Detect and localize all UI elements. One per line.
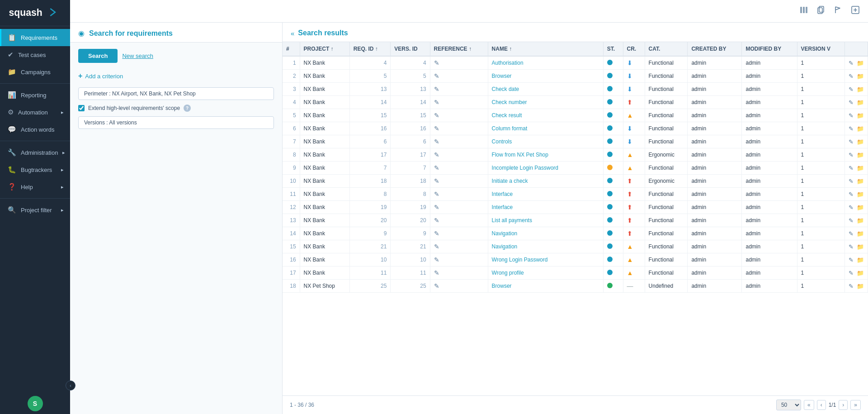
- cell-name[interactable]: Controls: [488, 135, 603, 148]
- row-edit-icon[interactable]: ✎: [849, 73, 854, 80]
- sidebar-item-project-filter[interactable]: 🔍 Project filter ▸: [0, 201, 70, 219]
- row-folder-icon[interactable]: 📁: [857, 230, 864, 237]
- row-folder-icon[interactable]: 📁: [857, 73, 864, 80]
- row-folder-icon[interactable]: 📁: [857, 204, 864, 211]
- add-criterion-button[interactable]: + Add a criterion: [78, 69, 274, 83]
- row-edit-icon[interactable]: ✎: [849, 138, 854, 145]
- cell-name[interactable]: Authorisation: [488, 56, 603, 70]
- row-edit-icon[interactable]: ✎: [849, 191, 854, 198]
- row-edit-icon[interactable]: ✎: [849, 86, 854, 93]
- back-arrow-icon[interactable]: «: [291, 29, 294, 37]
- last-page-button[interactable]: »: [850, 400, 861, 410]
- cell-name[interactable]: Initiate a check: [488, 175, 603, 188]
- row-folder-icon[interactable]: 📁: [857, 191, 864, 198]
- columns-toggle-button[interactable]: [797, 4, 810, 19]
- row-folder-icon[interactable]: 📁: [857, 125, 864, 132]
- sidebar-item-requirements[interactable]: 📋 Requirements: [0, 29, 70, 46]
- row-folder-icon[interactable]: 📁: [857, 165, 864, 171]
- row-edit-icon[interactable]: ✎: [849, 60, 854, 67]
- cell-category: Functional: [645, 83, 688, 96]
- row-folder-icon[interactable]: 📁: [857, 270, 864, 276]
- cell-created-by: admin: [688, 175, 742, 188]
- row-folder-icon[interactable]: 📁: [857, 86, 864, 93]
- row-edit-icon[interactable]: ✎: [849, 125, 854, 132]
- cell-name[interactable]: Browser: [488, 70, 603, 83]
- help-tooltip-icon[interactable]: ?: [184, 105, 191, 112]
- row-folder-icon[interactable]: 📁: [857, 99, 864, 106]
- cell-name[interactable]: Check number: [488, 96, 603, 109]
- sidebar-item-administration-label: Administration: [21, 149, 58, 156]
- page-size-select[interactable]: 50 25 100: [776, 400, 801, 410]
- row-folder-icon[interactable]: 📁: [857, 112, 864, 119]
- new-search-button[interactable]: New search: [122, 52, 153, 59]
- flag-button[interactable]: [832, 4, 844, 19]
- cell-name[interactable]: Wrong profile: [488, 266, 603, 280]
- col-project[interactable]: PROJECT ↑: [300, 42, 349, 56]
- row-folder-icon[interactable]: 📁: [857, 217, 864, 224]
- sidebar-item-administration[interactable]: 🔧 Administration ▸: [0, 144, 70, 161]
- row-edit-icon[interactable]: ✎: [849, 112, 854, 119]
- cell-name[interactable]: Wrong Login Password: [488, 253, 603, 266]
- cell-name[interactable]: Column format: [488, 122, 603, 135]
- cell-category: Undefined: [645, 280, 688, 293]
- row-edit-icon[interactable]: ✎: [849, 99, 854, 106]
- first-page-button[interactable]: «: [804, 400, 814, 410]
- sidebar-item-action-words[interactable]: 💬 Action words: [0, 121, 70, 138]
- row-edit-icon[interactable]: ✎: [849, 204, 854, 211]
- automation-icon: ⚙: [8, 108, 14, 116]
- sidebar-item-test-cases[interactable]: ✔ Test cases: [0, 46, 70, 63]
- cell-name[interactable]: Incomplete Login Password: [488, 162, 603, 175]
- col-reference[interactable]: REFERENCE ↑: [430, 42, 488, 56]
- cell-name[interactable]: List all payments: [488, 214, 603, 227]
- sidebar-item-reporting[interactable]: 📊 Reporting: [0, 86, 70, 104]
- row-edit-icon[interactable]: ✎: [849, 165, 854, 171]
- col-name[interactable]: NAME ↑: [488, 42, 603, 56]
- row-folder-icon[interactable]: 📁: [857, 178, 864, 185]
- row-folder-icon[interactable]: 📁: [857, 283, 864, 290]
- cell-req-id: 16: [349, 122, 391, 135]
- copy-button[interactable]: [815, 4, 827, 19]
- edit-icon: ✎: [434, 72, 439, 80]
- row-edit-icon[interactable]: ✎: [849, 217, 854, 224]
- cell-name[interactable]: Interface: [488, 201, 603, 214]
- row-folder-icon[interactable]: 📁: [857, 257, 864, 263]
- row-edit-icon[interactable]: ✎: [849, 270, 854, 276]
- cell-criticality: ⬆: [623, 214, 645, 227]
- cell-name[interactable]: Flow from NX Pet Shop: [488, 148, 603, 162]
- cell-num: 1: [283, 56, 300, 70]
- sidebar-item-automation[interactable]: ⚙ Automation ▸: [0, 104, 70, 121]
- row-edit-icon[interactable]: ✎: [849, 243, 854, 250]
- next-page-button[interactable]: ›: [839, 400, 848, 410]
- row-edit-icon[interactable]: ✎: [849, 178, 854, 185]
- cell-name[interactable]: Check date: [488, 83, 603, 96]
- row-folder-icon[interactable]: 📁: [857, 60, 864, 67]
- sidebar-item-help[interactable]: ❓ Help ▸: [0, 178, 70, 195]
- user-avatar[interactable]: S: [28, 396, 43, 411]
- sidebar-collapse-button[interactable]: ‹: [66, 381, 75, 390]
- cell-name[interactable]: Browser: [488, 280, 603, 293]
- extend-scope-checkbox[interactable]: [78, 105, 85, 111]
- prev-page-button[interactable]: ‹: [817, 400, 826, 410]
- row-edit-icon[interactable]: ✎: [849, 257, 854, 263]
- cell-name[interactable]: Navigation: [488, 227, 603, 240]
- cell-name[interactable]: Check result: [488, 109, 603, 122]
- cell-version: 1: [797, 56, 844, 70]
- cell-vers-id: 20: [391, 214, 430, 227]
- cell-name[interactable]: Navigation: [488, 240, 603, 253]
- col-version[interactable]: VERSION V: [797, 42, 844, 56]
- cell-name[interactable]: Interface: [488, 188, 603, 201]
- row-folder-icon[interactable]: 📁: [857, 152, 864, 158]
- col-vers-id[interactable]: VERS. ID: [391, 42, 430, 56]
- add-button[interactable]: [849, 4, 862, 19]
- col-req-id[interactable]: REQ. ID ↑: [349, 42, 391, 56]
- row-edit-icon[interactable]: ✎: [849, 230, 854, 237]
- row-edit-icon[interactable]: ✎: [849, 283, 854, 290]
- cell-version: 1: [797, 201, 844, 214]
- search-button[interactable]: Search: [78, 49, 118, 63]
- row-folder-icon[interactable]: 📁: [857, 138, 864, 145]
- row-folder-icon[interactable]: 📁: [857, 243, 864, 250]
- row-edit-icon[interactable]: ✎: [849, 152, 854, 158]
- sidebar-item-campaigns[interactable]: 📁 Campaigns: [0, 63, 70, 81]
- sidebar-item-bugtrackers[interactable]: 🐛 Bugtrackers ▸: [0, 161, 70, 178]
- cell-created-by: admin: [688, 201, 742, 214]
